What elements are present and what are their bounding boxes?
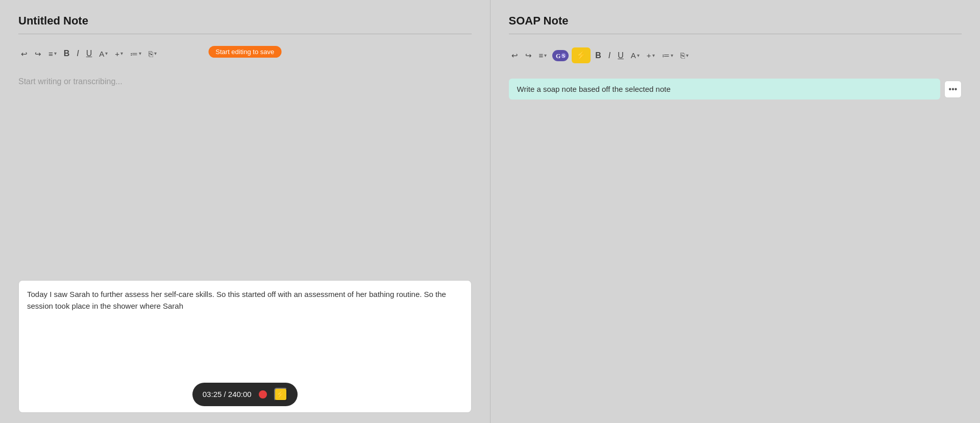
- right-undo-icon: ↩: [511, 52, 518, 59]
- right-panel-title: SOAP Note: [509, 14, 962, 34]
- list-button[interactable]: ≔ ▾: [128, 48, 144, 60]
- undo-icon: ↩: [21, 50, 28, 58]
- right-share-button[interactable]: ⎘ ▾: [678, 49, 691, 61]
- font-size-button[interactable]: A ▾: [96, 48, 110, 60]
- left-panel-title: Untitled Note: [18, 14, 472, 34]
- recording-bar: 03:25 / 240:00 ⚡: [192, 383, 298, 406]
- font-size-icon: A: [99, 50, 104, 58]
- bold-icon: B: [64, 49, 70, 58]
- insert-chevron-icon: ▾: [120, 51, 123, 56]
- transcript-text: Today I saw Sarah to further assess her …: [27, 290, 446, 310]
- insert-button[interactable]: + ▾: [112, 48, 126, 60]
- share-icon: ⎘: [149, 50, 153, 58]
- soap-more-button[interactable]: •••: [944, 81, 962, 98]
- save-badge: Start editing to save: [208, 46, 281, 58]
- grammarly-icon: G S: [552, 50, 569, 61]
- list-icon: ≔: [130, 50, 138, 58]
- right-share-icon: ⎘: [680, 52, 685, 59]
- record-dot-icon: [259, 390, 267, 399]
- right-insert-button[interactable]: + ▾: [644, 49, 657, 61]
- right-align-chevron-icon: ▾: [544, 53, 547, 58]
- right-list-chevron-icon: ▾: [671, 53, 673, 58]
- right-font-size-button[interactable]: A ▾: [628, 49, 642, 61]
- align-chevron-icon: ▾: [54, 51, 57, 56]
- italic-icon: I: [77, 49, 79, 58]
- right-italic-icon: I: [608, 52, 610, 60]
- editor-placeholder: Start writing or transcribing...: [18, 73, 472, 90]
- align-button[interactable]: ≡ ▾: [46, 48, 59, 60]
- right-bold-button[interactable]: B: [593, 49, 604, 62]
- right-redo-icon: ↪: [525, 52, 532, 59]
- share-chevron-icon: ▾: [154, 51, 157, 56]
- right-font-size-chevron-icon: ▾: [637, 53, 640, 58]
- right-toolbar-wrapper: Generate entire document ↩ ↪ ≡ ▾ G S: [509, 34, 962, 68]
- lightning-icon: ⚡: [276, 390, 285, 399]
- right-underline-icon: U: [618, 52, 624, 60]
- right-panel: SOAP Note Generate entire document ↩ ↪ ≡…: [491, 0, 981, 423]
- svg-text:G: G: [556, 53, 560, 60]
- right-align-button[interactable]: ≡ ▾: [536, 49, 550, 61]
- right-undo-button[interactable]: ↩: [509, 49, 521, 61]
- svg-text:S: S: [562, 53, 565, 59]
- align-icon: ≡: [48, 50, 53, 58]
- right-insert-chevron-icon: ▾: [652, 53, 655, 58]
- right-redo-button[interactable]: ↪: [523, 49, 534, 61]
- editor-area[interactable]: Start writing or transcribing...: [18, 65, 472, 280]
- recording-time: 03:25 / 240:00: [203, 389, 252, 401]
- ellipsis-icon: •••: [949, 85, 958, 94]
- share-button[interactable]: ⎘ ▾: [146, 48, 159, 60]
- right-italic-button[interactable]: I: [606, 49, 613, 62]
- right-list-button[interactable]: ≔ ▾: [659, 49, 676, 61]
- redo-button[interactable]: ↪: [32, 48, 44, 60]
- lightning-button[interactable]: ⚡: [274, 388, 287, 401]
- italic-button[interactable]: I: [74, 47, 81, 60]
- right-align-icon: ≡: [539, 52, 544, 59]
- ai-generate-button[interactable]: ⚡: [572, 47, 591, 63]
- right-font-size-icon: A: [631, 52, 636, 59]
- right-list-icon: ≔: [662, 52, 670, 59]
- left-panel: Untitled Note Start editing to save ↩ ↪ …: [0, 0, 491, 423]
- soap-prompt-row: •••: [509, 79, 962, 99]
- redo-icon: ↪: [35, 50, 41, 58]
- bold-button[interactable]: B: [61, 47, 72, 60]
- right-share-chevron-icon: ▾: [686, 53, 689, 58]
- insert-icon: +: [115, 50, 119, 58]
- list-chevron-icon: ▾: [139, 51, 141, 56]
- font-size-chevron-icon: ▾: [105, 51, 108, 56]
- grammarly-button[interactable]: G S: [551, 49, 570, 62]
- ai-lightning-icon: ⚡: [576, 50, 586, 61]
- right-bold-icon: B: [595, 52, 601, 60]
- right-insert-icon: +: [647, 52, 651, 59]
- right-toolbar: ↩ ↪ ≡ ▾ G S ⚡: [509, 42, 962, 68]
- underline-icon: U: [86, 49, 92, 58]
- soap-prompt-input[interactable]: [509, 79, 941, 99]
- underline-button[interactable]: U: [84, 47, 95, 60]
- right-underline-button[interactable]: U: [615, 49, 626, 62]
- transcript-box[interactable]: Today I saw Sarah to further assess her …: [18, 280, 472, 413]
- undo-button[interactable]: ↩: [18, 48, 30, 60]
